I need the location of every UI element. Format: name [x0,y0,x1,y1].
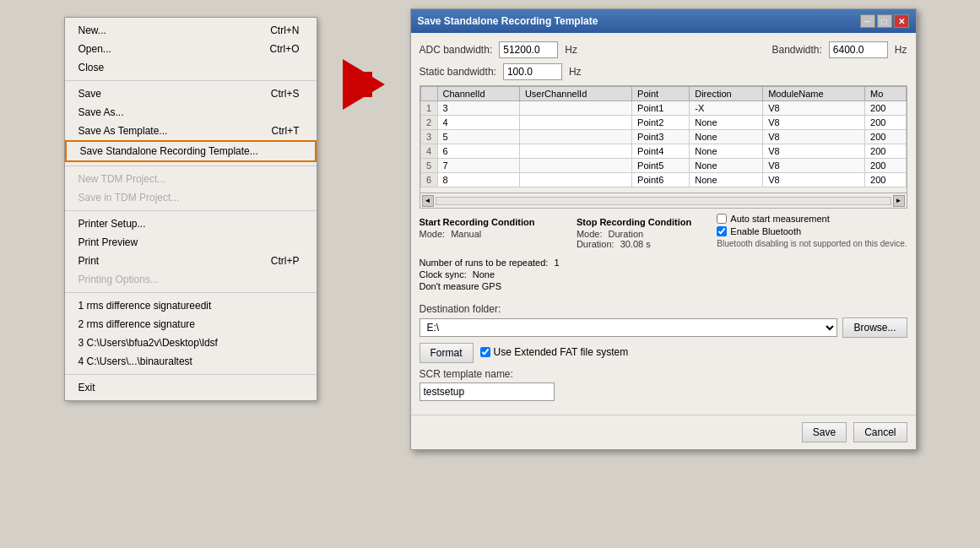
menu-item-open-label: Open... [79,43,111,55]
scr-template-input[interactable] [420,383,555,401]
dialog-title: Save Standalone Recording Template [418,15,598,27]
row-num: 6 [420,173,437,187]
dest-folder-select[interactable]: E:\ [420,318,838,337]
menu-item-save-standalone[interactable]: Save Standalone Recording Template... [65,140,317,162]
channels-table: ChannelId UserChannelId Point Direction … [420,86,907,187]
cell-userchannelid [519,173,631,187]
cell-modulename: V8 [763,144,865,159]
dest-folder-row: E:\ Browse... [420,317,907,338]
menu-item-print[interactable]: Print Ctrl+P [65,252,317,270]
menu-item-new[interactable]: New... Ctrl+N [65,21,317,40]
cell-channelid: 8 [437,173,519,187]
menu-item-save-as[interactable]: Save As... [65,103,317,122]
scroll-right[interactable]: ► [893,195,905,207]
col-header-channelid: ChannelId [437,87,519,101]
separator-1 [65,80,317,81]
menu-item-recent-4-label: 4 C:\Users\...\binauraltest [79,355,192,367]
scroll-left[interactable]: ◄ [422,195,434,207]
table-row: 4 6 Point4 None V8 200 [420,144,906,159]
minimize-button[interactable]: ─ [860,14,875,28]
menu-item-new-label: New... [79,24,106,36]
row-num: 2 [420,116,437,130]
format-button[interactable]: Format [420,343,474,363]
cell-direction: None [690,130,763,144]
right-options: Auto start measurement Enable Bluetooth … [717,214,907,248]
auto-start-row: Auto start measurement [717,214,907,224]
row-num: 3 [420,130,437,144]
menu-item-printing-options-label: Printing Options... [79,274,159,285]
titlebar-buttons: ─ □ ✕ [860,14,909,28]
close-button[interactable]: ✕ [894,14,909,28]
dialog-titlebar: Save Standalone Recording Template ─ □ ✕ [411,9,916,33]
menu-item-close[interactable]: Close [65,58,317,77]
cell-userchannelid [519,101,631,116]
enable-bluetooth-checkbox[interactable] [717,226,727,236]
menu-item-recent-2[interactable]: 2 rms difference signature [65,315,317,334]
cell-channelid: 7 [437,159,519,173]
cell-mo: 200 [865,173,906,187]
cell-channelid: 4 [437,116,519,130]
menu-item-exit-label: Exit [79,382,95,393]
cell-userchannelid [519,159,631,173]
runs-value: 1 [554,258,559,268]
cell-direction: None [690,173,763,187]
table-row: 3 5 Point3 None V8 200 [420,130,906,144]
cell-point: Point2 [632,116,690,130]
enable-bluetooth-row: Enable Bluetooth [717,226,907,236]
cell-mo: 200 [865,101,906,116]
start-mode-line: Mode: Manual [420,229,560,239]
auto-start-checkbox[interactable] [717,214,727,224]
format-row: Format Use Extended FAT file system [420,343,907,363]
menu-item-print-shortcut: Ctrl+P [271,255,300,267]
separator-4 [65,292,317,293]
menu-item-printer-setup[interactable]: Printer Setup... [65,214,317,233]
menu-item-exit[interactable]: Exit [65,378,317,397]
menu-item-recent-3-label: 3 C:\Users\bfua2v\Desktop\ldsf [79,337,218,349]
menu-item-save-as-template-shortcut: Ctrl+T [272,125,300,137]
stop-duration-line: Duration: 30.08 s [577,239,717,249]
stop-duration-value: 30.08 s [620,239,651,249]
save-button[interactable]: Save [802,422,847,442]
table-row: 6 8 Point6 None V8 200 [420,173,906,187]
restore-button[interactable]: □ [877,14,892,28]
scr-section: SCR template name: [420,368,907,401]
stop-condition: Stop Recording Condition Mode: Duration … [577,217,717,249]
cell-point: Point4 [632,144,690,159]
cell-modulename: V8 [763,101,865,116]
bandwidth-input[interactable] [829,41,888,58]
row-num: 4 [420,144,437,159]
menu-item-recent-2-label: 2 rms difference signature [79,318,196,330]
start-mode-value: Manual [451,229,481,239]
col-header-modulename: ModuleName [763,87,865,101]
menu-item-recent-1[interactable]: 1 rms difference signatureedit [65,296,317,315]
menu-item-open[interactable]: Open... Ctrl+O [65,40,317,58]
menu-item-recent-4[interactable]: 4 C:\Users\...\binauraltest [65,352,317,371]
stop-mode-label: Mode: [577,229,603,239]
menu-item-save[interactable]: Save Ctrl+S [65,84,317,103]
gps-line: Don't measure GPS [420,281,907,291]
menu-item-save-label: Save [79,88,101,100]
adc-bandwidth-row: ADC bandwidth: Hz Bandwidth: Hz [420,41,907,58]
extended-fat-checkbox[interactable] [480,347,490,357]
menu-item-save-as-template[interactable]: Save As Template... Ctrl+T [65,122,317,140]
cell-modulename: V8 [763,130,865,144]
conditions-row: Start Recording Condition Mode: Manual S… [420,214,717,252]
scroll-track[interactable] [436,197,891,205]
start-mode-label: Mode: [420,229,446,239]
adc-bandwidth-label: ADC bandwidth: [420,44,493,56]
extended-fat-row: Use Extended FAT file system [480,346,629,358]
static-bandwidth-unit: Hz [569,66,582,78]
col-header-num [420,87,437,101]
menu-item-print-preview[interactable]: Print Preview [65,233,317,252]
cell-userchannelid [519,144,631,159]
browse-button[interactable]: Browse... [842,317,907,338]
col-header-mo: Mo [865,87,906,101]
table-row: 2 4 Point2 None V8 200 [420,116,906,130]
menu-item-recent-3[interactable]: 3 C:\Users\bfua2v\Desktop\ldsf [65,334,317,352]
cell-direction: None [690,159,763,173]
cancel-button[interactable]: Cancel [853,422,907,442]
enable-bluetooth-label: Enable Bluetooth [730,226,801,236]
adc-bandwidth-input[interactable] [499,41,558,58]
static-bandwidth-input[interactable] [503,63,562,80]
row-num: 1 [420,101,437,116]
